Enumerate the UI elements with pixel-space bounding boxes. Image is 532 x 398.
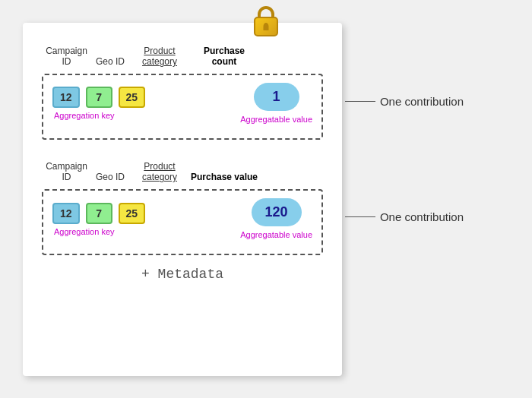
dashed-box-2: 12 7 25 Aggregation key 120 Aggregatable…: [42, 189, 323, 255]
paper-card: Campaign ID Geo ID Product category Purc…: [23, 23, 342, 376]
lock-shackle: [258, 6, 274, 17]
aggregatable-value-bubble-2: 120: [252, 198, 302, 226]
purchase-count-header-1: Purchase count: [190, 46, 258, 68]
contribution-block-1: Campaign ID Geo ID Product category Purc…: [42, 46, 323, 140]
key-section-1: 12 7 25 Aggregation key: [52, 87, 225, 120]
lock-keyhole: [264, 23, 269, 30]
metadata-text: + Metadata: [42, 267, 323, 282]
campaign-id-header-1: Campaign ID: [42, 46, 91, 68]
product-category-header-2: Product category: [129, 161, 190, 183]
campaign-id-header-2: Campaign ID: [42, 161, 91, 183]
product-category-header-1: Product category: [129, 46, 190, 68]
aggregation-key-label-1: Aggregation key: [52, 111, 225, 120]
contribution-block-2: Campaign ID Geo ID Product category Purc…: [42, 161, 323, 255]
column-headers-1: Campaign ID Geo ID Product category Purc…: [42, 46, 323, 68]
lock-body: [254, 17, 278, 36]
aggregatable-value-bubble-1: 1: [254, 83, 299, 111]
key-value-row-2: 12 7 25 Aggregation key 120 Aggregatable…: [52, 198, 312, 240]
campaign-value-cell-2: 12: [52, 203, 80, 224]
aggregatable-value-label-1: Aggregatable value: [240, 114, 312, 125]
geo-value-cell-2: 7: [86, 203, 112, 224]
contribution-label-1: One contribution: [345, 95, 464, 108]
connector-line-1: [345, 101, 375, 102]
purchase-value-header-2: Purchase value: [190, 172, 258, 182]
key-row-2: 12 7 25: [52, 203, 225, 224]
geo-value-cell-1: 7: [86, 87, 112, 108]
key-value-row-1: 12 7 25 Aggregation key 1 Aggregatable v…: [52, 83, 312, 125]
geo-id-header-2: Geo ID: [91, 172, 129, 182]
dashed-box-inner-1: 12 7 25 Aggregation key 1 Aggregatable v…: [42, 74, 323, 140]
campaign-value-cell-1: 12: [52, 87, 80, 108]
lock-icon: [254, 6, 278, 36]
contribution-label-2: One contribution: [345, 210, 464, 223]
key-row-1: 12 7 25: [52, 87, 225, 108]
value-section-1: 1 Aggregatable value: [240, 83, 312, 125]
key-section-2: 12 7 25 Aggregation key: [52, 203, 225, 236]
dashed-box-inner-2: 12 7 25 Aggregation key 120 Aggregatable…: [42, 189, 323, 255]
aggregation-key-label-2: Aggregation key: [52, 227, 225, 236]
column-headers-2: Campaign ID Geo ID Product category Purc…: [42, 161, 323, 183]
geo-id-header-1: Geo ID: [91, 56, 129, 67]
connector-line-2: [345, 216, 375, 217]
aggregatable-value-label-2: Aggregatable value: [240, 229, 312, 240]
dashed-box-1: 12 7 25 Aggregation key 1 Aggregatable v…: [42, 74, 323, 140]
product-value-cell-1: 25: [119, 87, 146, 108]
product-value-cell-2: 25: [119, 203, 146, 224]
scene: Campaign ID Geo ID Product category Purc…: [0, 0, 532, 398]
value-section-2: 120 Aggregatable value: [240, 198, 312, 240]
